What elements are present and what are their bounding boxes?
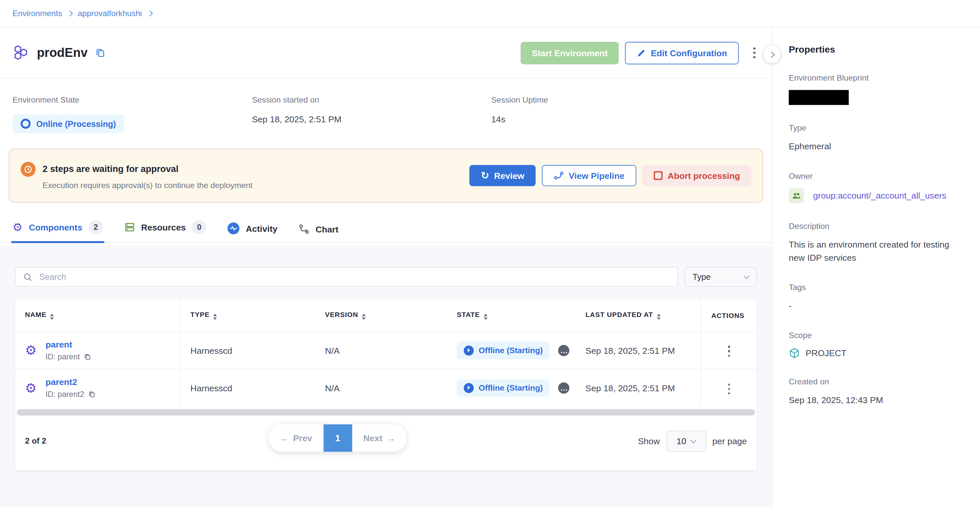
component-gear-icon: ⚙ xyxy=(25,381,37,394)
column-header-version[interactable]: VERSION xyxy=(315,299,447,331)
pagination-summary: 2 of 2 xyxy=(25,436,46,446)
horizontal-scrollbar[interactable] xyxy=(17,409,755,415)
show-label: Show xyxy=(638,436,660,446)
components-table: NAME TYPE VERSION STATE LAST UPDATED AT … xyxy=(15,299,757,406)
view-pipeline-button[interactable]: View Pipeline xyxy=(542,165,636,186)
search-input[interactable] xyxy=(38,272,670,282)
approval-banner: 2 steps are waiting for approval Executi… xyxy=(9,149,763,202)
session-summary: Environment State Online (Processing) Se… xyxy=(0,79,772,133)
sort-icon xyxy=(657,314,660,320)
session-started-value: Sep 18, 2025, 2:51 PM xyxy=(252,114,491,124)
copy-id-icon[interactable] xyxy=(84,353,91,361)
session-started-label: Session started on xyxy=(252,95,491,105)
header-more-options-kebab-icon[interactable] xyxy=(749,43,759,62)
session-started-block: Session started on Sep 18, 2025, 2:51 PM xyxy=(252,95,491,133)
breadcrumb: Environments approvalforkhushi xyxy=(0,0,980,28)
project-cube-icon xyxy=(789,348,800,359)
stop-square-icon xyxy=(654,171,663,180)
column-header-actions: ACTIONS xyxy=(701,299,757,331)
components-count-badge: 2 xyxy=(89,220,103,234)
components-table-card: NAME TYPE VERSION STATE LAST UPDATED AT … xyxy=(15,299,757,470)
edit-configuration-button[interactable]: Edit Configuration xyxy=(625,41,739,64)
description-label: Description xyxy=(789,221,964,231)
tab-activity[interactable]: Activity xyxy=(228,223,277,243)
sort-icon xyxy=(213,314,217,320)
tags-field: Tags - xyxy=(789,283,964,312)
breadcrumb-separator-icon xyxy=(67,10,73,16)
review-button[interactable]: ↻ Review xyxy=(469,165,536,186)
environment-state-block: Environment State Online (Processing) xyxy=(13,95,252,133)
online-ring-icon xyxy=(21,119,30,129)
current-page-button[interactable]: 1 xyxy=(323,424,352,451)
type-label: Type xyxy=(789,123,964,132)
description-value: This is an environment created for testi… xyxy=(789,238,964,264)
environment-state-badge: Online (Processing) xyxy=(13,114,124,133)
component-name-link[interactable]: parent xyxy=(45,339,72,349)
approval-banner-subtitle: Execution requires approval(s) to contin… xyxy=(43,181,253,190)
breadcrumb-environments-link[interactable]: Environments xyxy=(13,9,62,18)
component-state-badge: Offline (Starting) xyxy=(457,342,549,359)
sort-icon xyxy=(484,314,487,320)
approval-banner-title: 2 steps are waiting for approval xyxy=(43,164,253,173)
arrow-left-icon: ← xyxy=(280,433,289,443)
component-type: Harnesscd xyxy=(180,369,315,406)
component-gear-icon: ⚙ xyxy=(25,343,37,357)
abort-processing-button[interactable]: Abort processing xyxy=(643,165,751,186)
blueprint-label: Environment Blueprint xyxy=(789,73,964,83)
main-column: prodEnv Start Environment Edit Configura… xyxy=(0,28,772,507)
sort-icon xyxy=(362,314,365,320)
tab-resources[interactable]: Resources 0 xyxy=(124,220,207,242)
created-on-field: Created on Sep 18, 2025, 12:43 PM xyxy=(789,377,964,407)
pipeline-icon xyxy=(554,171,564,181)
page-size-select[interactable]: 10 xyxy=(666,431,706,452)
state-details-ellipsis-icon[interactable]: … xyxy=(558,382,570,394)
blueprint-field: Environment Blueprint xyxy=(789,73,964,105)
session-uptime-label: Session Uptime xyxy=(491,95,731,105)
prev-page-button[interactable]: ← Prev xyxy=(269,424,323,451)
component-id: ID: parent2 xyxy=(45,390,84,399)
environment-detail-page: Environments approvalforkhushi prodEnv xyxy=(0,0,980,507)
copy-id-icon[interactable] xyxy=(88,391,95,398)
scope-label: Scope xyxy=(789,331,964,340)
tags-value: - xyxy=(789,299,964,312)
column-header-state[interactable]: STATE xyxy=(447,299,576,331)
resources-stack-icon xyxy=(124,222,135,232)
lightning-bolt-icon xyxy=(464,383,474,393)
page-title: prodEnv xyxy=(37,46,88,60)
owner-group-link[interactable]: group:account/_account_all_users xyxy=(813,191,947,200)
table-row: ⚙ parent ID: parent xyxy=(15,331,757,369)
tab-chart[interactable]: Chart xyxy=(299,224,338,242)
pager-pill: ← Prev 1 Next → xyxy=(269,424,406,451)
type-filter-dropdown[interactable]: Type xyxy=(684,267,757,287)
component-last-updated: Sep 18, 2025, 2:51 PM xyxy=(576,331,701,369)
row-actions-kebab-icon[interactable] xyxy=(724,342,734,361)
waiting-clock-icon xyxy=(21,162,36,177)
state-details-ellipsis-icon[interactable]: … xyxy=(558,345,570,356)
type-field: Type Ephemeral xyxy=(789,123,964,153)
breadcrumb-project-link[interactable]: approvalforkhushi xyxy=(78,9,142,18)
tab-components[interactable]: ⚙ Components 2 xyxy=(13,220,103,242)
detail-tabs: ⚙ Components 2 Resources 0 xyxy=(0,203,772,243)
per-page-label: per page xyxy=(712,436,747,446)
component-name-link[interactable]: parent2 xyxy=(45,377,77,387)
blueprint-redacted-value xyxy=(789,90,848,105)
start-environment-button[interactable]: Start Environment xyxy=(520,41,619,64)
components-tab-content: Type NAME TYPE VERSION STATE xyxy=(0,246,772,507)
environment-hexagons-icon xyxy=(13,45,29,61)
components-gear-icon: ⚙ xyxy=(13,222,23,233)
component-version: N/A xyxy=(315,331,447,369)
column-header-type[interactable]: TYPE xyxy=(180,299,315,331)
created-on-value: Sep 18, 2025, 12:43 PM xyxy=(789,394,964,407)
component-last-updated: Sep 18, 2025, 2:51 PM xyxy=(576,369,701,406)
copy-environment-name-icon[interactable] xyxy=(94,46,107,59)
description-field: Description This is an environment creat… xyxy=(789,221,964,264)
properties-panel: Properties Environment Blueprint Type Ep… xyxy=(772,28,980,507)
breadcrumb-separator-icon xyxy=(147,10,153,16)
arrow-right-icon: → xyxy=(387,433,396,443)
column-header-name[interactable]: NAME xyxy=(15,299,180,331)
collapse-properties-panel-button[interactable] xyxy=(763,46,781,63)
session-uptime-value: 14s xyxy=(491,114,731,124)
next-page-button[interactable]: Next → xyxy=(352,424,407,451)
column-header-last-updated[interactable]: LAST UPDATED AT xyxy=(576,299,701,331)
row-actions-kebab-icon[interactable] xyxy=(724,380,734,399)
